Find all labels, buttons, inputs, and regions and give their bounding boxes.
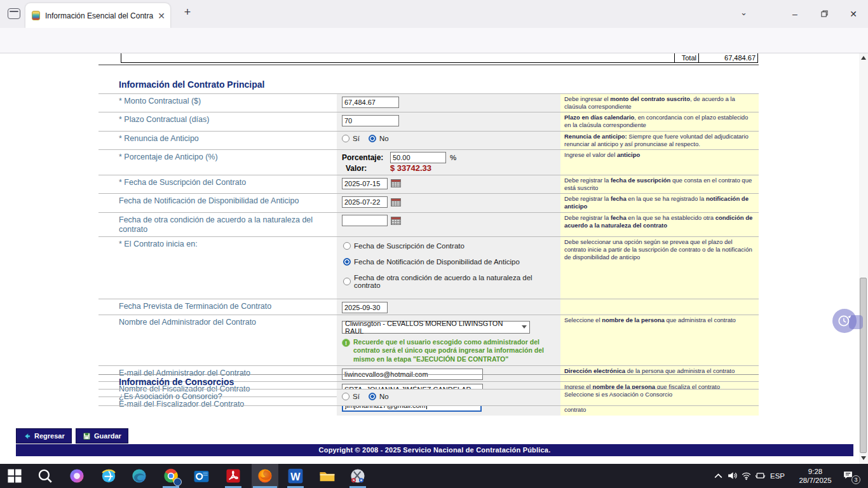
field-help: Debe registrar la fecha en la que se ha …: [560, 194, 759, 212]
outlook-icon[interactable]: [193, 468, 210, 484]
radio-button[interactable]: [342, 393, 349, 400]
consorcio-form: ¿Es Asociación o Consorcio?SíNoSeleccion…: [98, 389, 759, 406]
field-label: * Renuncia de Anticipo: [98, 132, 337, 149]
svg-text:W: W: [290, 471, 301, 482]
field-label: * Porcentaje de Anticipo (%): [98, 150, 337, 175]
clock-icon: [836, 313, 853, 329]
volume-icon[interactable]: [727, 470, 738, 481]
field-help: Seleccione si es Asociación o Consorcio: [560, 390, 759, 405]
form-row: Fecha Prevista de Terminación de Contrat…: [98, 299, 759, 315]
scroll-down-arrow-icon[interactable]: [861, 456, 866, 460]
field-control: SíNo: [337, 390, 560, 405]
radio-option[interactable]: No: [369, 135, 389, 142]
field-help: Plazo en días calendario, en concordanci…: [560, 112, 759, 130]
field-label: Nombre del Administrador del Contrato: [98, 315, 337, 365]
window-close-button[interactable]: ✕: [839, 9, 868, 19]
regresar-button[interactable]: Regresar: [16, 428, 72, 444]
percent-sign: %: [450, 154, 456, 161]
scroll-up-arrow-icon[interactable]: [861, 56, 866, 60]
select-value: Cliwinsgton - CEVALLOS MORENO LIWINSGTON…: [345, 320, 522, 335]
language-indicator[interactable]: ESP: [770, 472, 785, 480]
calendar-icon[interactable]: [391, 198, 401, 207]
text-input[interactable]: [342, 215, 388, 226]
profile-badge-icon: [173, 478, 182, 486]
floating-clock-widget[interactable]: [832, 309, 857, 333]
window-minimize-button[interactable]: –: [780, 9, 810, 19]
total-spacer-cell: [121, 53, 674, 62]
word-icon[interactable]: W: [287, 468, 304, 484]
text-input[interactable]: 70: [342, 115, 399, 126]
valor-label: Valor:: [342, 164, 386, 173]
start-icon[interactable]: [6, 468, 23, 484]
radio-button[interactable]: [343, 278, 351, 285]
radio-label: Sí: [353, 393, 360, 400]
scrollbar-thumb[interactable]: [860, 278, 867, 453]
field-label: Fecha de Notificación de Disponibilidad …: [98, 194, 337, 212]
radio-option[interactable]: Fecha de otra condición de acuerdo a la …: [343, 274, 560, 289]
field-label: ¿Es Asociación o Consorcio?: [98, 390, 337, 405]
text-input[interactable]: 67,484.67: [342, 97, 399, 108]
field-help: Debe ingresar el monto del contrato susc…: [560, 94, 759, 112]
valor-line: Valor:$ 33742.33: [342, 163, 560, 173]
guardar-button[interactable]: Guardar: [76, 428, 128, 444]
field-help: Seleccione el nombre de la persona que a…: [560, 315, 759, 365]
radio-button[interactable]: [342, 135, 349, 142]
field-help: Debe seleccionar una opción según se pre…: [560, 237, 759, 299]
cast-screen-icon[interactable]: [755, 470, 766, 481]
field-label: Fecha Prevista de Terminación de Contrat…: [98, 299, 337, 315]
radio-button[interactable]: [369, 135, 376, 142]
clock-datetime[interactable]: 9:28 28/7/2025: [792, 467, 839, 485]
text-input[interactable]: 2025-09-30: [342, 302, 388, 313]
copilot-icon[interactable]: [69, 468, 85, 484]
calendar-icon[interactable]: [391, 179, 401, 187]
radio-option[interactable]: Fecha de Notificación de Disponibilidad …: [343, 258, 560, 266]
field-control: liwincevallos@hotmail.com: [337, 366, 560, 381]
chevron-down-icon: [522, 325, 527, 329]
radio-option[interactable]: Fecha de Suscripción de Contrato: [343, 242, 560, 250]
percent-line: Porcentaje:50.00%: [342, 152, 560, 163]
field-help: Ingrese el valor del anticipo: [560, 150, 759, 175]
tray-chevron-up-icon[interactable]: [713, 471, 724, 482]
search-icon[interactable]: [37, 468, 53, 484]
field-label: * Fecha de Suscripción del Contrato: [98, 175, 337, 193]
firefox-icon[interactable]: [257, 468, 273, 484]
radio-button[interactable]: [343, 242, 351, 250]
form-row: * Porcentaje de Anticipo (%)Porcentaje:5…: [98, 149, 759, 175]
form-row: * Plazo Contractual (días)70Plazo en día…: [98, 112, 759, 130]
field-control: 2025-07-22: [337, 194, 560, 212]
radio-label: Fecha de Notificación de Disponibilidad …: [354, 258, 520, 266]
tab-list-chevron-icon[interactable]: ⌄: [740, 8, 747, 17]
tab-favicon-ecuador-emblem-icon: [32, 11, 40, 20]
new-tab-button[interactable]: +: [179, 6, 196, 19]
text-input[interactable]: 2025-07-22: [342, 196, 388, 208]
text-input[interactable]: 50.00: [390, 152, 446, 163]
edge-icon[interactable]: [131, 468, 147, 484]
text-input[interactable]: 2025-07-15: [342, 178, 388, 189]
wifi-icon[interactable]: [741, 470, 752, 481]
calendar-icon[interactable]: [391, 217, 401, 225]
administrator-select[interactable]: Cliwinsgton - CEVALLOS MORENO LIWINSGTON…: [342, 321, 530, 334]
radio-option[interactable]: Sí: [342, 135, 360, 142]
radio-option[interactable]: No: [369, 393, 389, 400]
radio-button[interactable]: [343, 258, 351, 266]
internet-explorer-icon[interactable]: [100, 468, 117, 484]
screen: Información Esencial del Contra ✕ + ⌄ – …: [0, 0, 868, 488]
firefox-view-icon[interactable]: [8, 8, 20, 19]
radio-option[interactable]: Sí: [342, 393, 360, 400]
anticipo-value: $ 33742.33: [390, 163, 431, 173]
file-explorer-icon[interactable]: [319, 468, 336, 484]
browser-tab[interactable]: Información Esencial del Contra ✕: [25, 3, 170, 28]
radio-button[interactable]: [369, 393, 376, 400]
tab-close-icon[interactable]: ✕: [158, 11, 165, 21]
radio-label: No: [379, 393, 389, 400]
field-label: * El Contrato inicia en:: [98, 237, 337, 299]
info-icon: !: [342, 339, 350, 347]
navigation-toolbar: ← → ↻ https://www.compraspublicas.gob.ec…: [0, 28, 868, 53]
chrome-icon[interactable]: [163, 468, 179, 484]
field-help: [560, 299, 759, 315]
window-restore-button[interactable]: [810, 9, 839, 19]
snipping-tool-icon[interactable]: [349, 468, 366, 484]
field-control: Porcentaje:50.00%Valor:$ 33742.33: [337, 150, 560, 175]
acrobat-icon[interactable]: [225, 468, 241, 484]
radio-label: Fecha de Suscripción de Contrato: [354, 242, 465, 250]
